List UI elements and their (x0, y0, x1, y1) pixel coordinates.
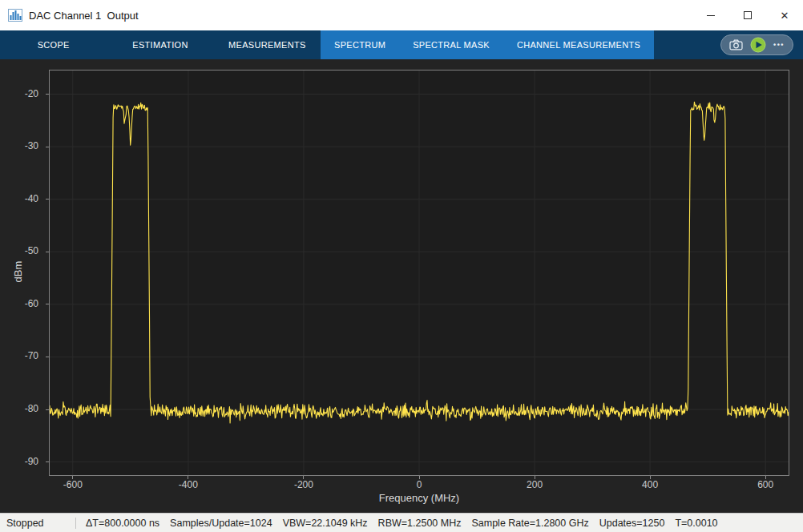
tab-estimation[interactable]: ESTIMATION (107, 30, 213, 59)
x-tick-label: 0 (395, 479, 443, 490)
status-item: Samples/Update=1024 (170, 518, 272, 529)
x-tick-label: 600 (741, 479, 789, 490)
y-tick-mark (46, 409, 49, 410)
maximize-button[interactable] (729, 0, 766, 30)
status-state: Stopped (6, 518, 75, 529)
status-item: T=0.0010 (675, 518, 717, 529)
app-icon (8, 9, 22, 22)
status-item: ΔT=800.0000 ns (86, 518, 159, 529)
y-tick-mark (46, 304, 49, 304)
run-button[interactable] (750, 37, 766, 53)
figure-area: dBm Frequency (MHz) -600-400-20002004006… (0, 59, 803, 513)
y-axis-label: dBm (12, 254, 26, 289)
close-button[interactable]: ✕ (766, 0, 803, 30)
status-item: Sample Rate=1.2800 GHz (471, 518, 588, 529)
y-tick-label: -90 (0, 456, 44, 468)
spectrum-analyzer-window: DAC Channel 1 Output ✕ SCOPEESTIMATIONME… (0, 0, 803, 532)
x-tick-label: -400 (164, 479, 212, 490)
y-tick-label: -60 (0, 298, 44, 310)
y-tick-mark (46, 94, 49, 95)
tab-spectrum[interactable]: SPECTRUM (321, 30, 399, 59)
minimize-button[interactable] (692, 0, 729, 30)
tab-measurements[interactable]: MEASUREMENTS (214, 30, 321, 59)
y-tick-label: -40 (0, 193, 44, 205)
x-tick-label: -200 (280, 479, 328, 490)
status-bar: Stopped ΔT=800.0000 nsSamples/Update=102… (0, 513, 803, 532)
contextual-tab-group: SPECTRUMSPECTRAL MASKCHANNEL MEASUREMENT… (321, 30, 654, 59)
tab-scope[interactable]: SCOPE (0, 30, 107, 59)
titlebar[interactable]: DAC Channel 1 Output ✕ (0, 0, 803, 30)
y-tick-label: -50 (0, 245, 44, 257)
x-tick-label: 200 (510, 479, 559, 490)
y-tick-label: -70 (0, 350, 44, 362)
maximize-icon (744, 11, 752, 19)
main-tab-group: SCOPEESTIMATIONMEASUREMENTS (0, 30, 321, 59)
toolbar-quick-controls: ••• (720, 34, 793, 55)
x-axis-label: Frequency (MHz) (49, 492, 789, 504)
status-divider (75, 518, 76, 529)
y-tick-mark (46, 252, 49, 252)
status-item: VBW=22.1049 kHz (283, 518, 368, 529)
grid-lines (50, 71, 789, 475)
minimize-icon (707, 15, 715, 16)
y-tick-label: -80 (0, 403, 44, 415)
tab-spectral-mask[interactable]: SPECTRAL MASK (399, 30, 503, 59)
x-tick-label: 400 (626, 479, 674, 490)
plot-canvas (50, 71, 789, 475)
y-tick-mark (46, 147, 49, 147)
tab-channel-measurements[interactable]: CHANNEL MEASUREMENTS (503, 30, 654, 59)
more-options-button[interactable]: ••• (773, 41, 785, 49)
status-item: RBW=1.2500 MHz (378, 518, 462, 529)
window-title: DAC Channel 1 Output (29, 10, 139, 22)
snapshot-icon[interactable] (729, 39, 743, 50)
window-controls: ✕ (692, 0, 803, 30)
status-items: ΔT=800.0000 nsSamples/Update=1024VBW=22.… (86, 518, 728, 529)
y-tick-label: -20 (0, 88, 44, 100)
toolstrip: SCOPEESTIMATIONMEASUREMENTS SPECTRUMSPEC… (0, 30, 803, 59)
plot-area[interactable] (49, 70, 789, 476)
y-tick-mark (46, 357, 49, 357)
close-icon: ✕ (781, 10, 789, 21)
y-tick-mark (46, 199, 49, 200)
y-tick-mark (46, 461, 49, 462)
x-tick-label: -600 (49, 479, 97, 490)
y-tick-label: -30 (0, 140, 44, 152)
status-item: Updates=1250 (599, 518, 665, 529)
